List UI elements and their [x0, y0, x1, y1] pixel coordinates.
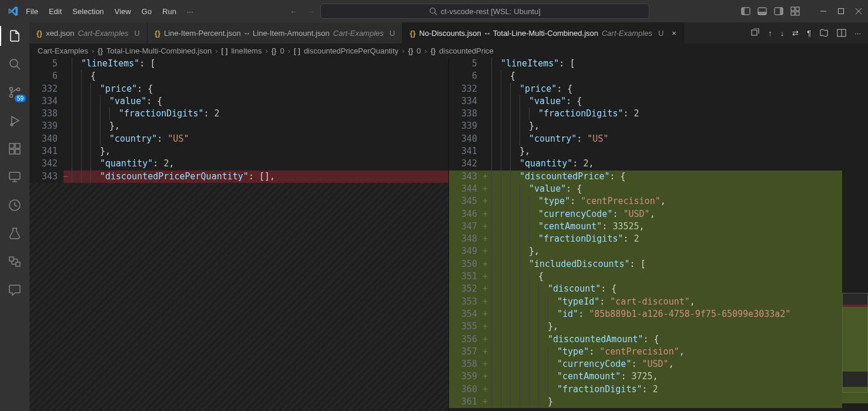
diff-map-icon[interactable] — [819, 28, 829, 38]
breadcrumb-item[interactable]: discountedPricePerQuantity — [304, 46, 398, 55]
code-line[interactable]: "fractionDigits": 2 — [483, 383, 868, 396]
breadcrumb-item[interactable]: Total-Line-Multi-Combined.json — [106, 46, 212, 55]
diff-pane-modified[interactable]: 56332334338339340341342343+344+345+346+3… — [448, 58, 868, 411]
code-line[interactable]: }, — [483, 320, 868, 333]
activity-comments-icon[interactable] — [7, 282, 22, 298]
code-line[interactable]: { — [483, 70, 868, 82]
editor-actions: ↑ ↓ ⇄ ¶ ··· — [743, 22, 868, 44]
line-number: 357+ — [449, 346, 483, 358]
breadcrumb-item[interactable]: 0 — [417, 46, 421, 55]
activity-source-control-icon[interactable]: 59 — [7, 85, 22, 100]
toggle-panel-icon[interactable] — [758, 6, 767, 16]
code-line[interactable]: "currencyCode": "USD", — [483, 358, 868, 370]
code-line[interactable]: "price": { — [483, 83, 868, 95]
open-file-icon[interactable] — [750, 28, 760, 38]
code-line[interactable]: "quantity": 2, — [63, 158, 448, 170]
code-line[interactable]: "id": "85b889b1-a126-4758-9f75-65099e303… — [483, 308, 868, 320]
command-center[interactable]: ct-vscode-rest [WSL: Ubuntu] — [320, 4, 649, 19]
nav-forward-icon[interactable]: → — [307, 7, 314, 16]
code-line[interactable]: "country": "US" — [483, 133, 868, 145]
activity-search-icon[interactable] — [7, 56, 22, 72]
next-diff-icon[interactable]: ↓ — [780, 29, 785, 38]
code-line[interactable]: }, — [483, 120, 868, 132]
diff-pane-original[interactable]: 56332334338339340341342343− "lineItems":… — [29, 58, 448, 411]
svg-rect-25 — [15, 143, 20, 148]
swap-icon[interactable]: ⇄ — [792, 29, 799, 38]
code-line[interactable]: "value": { — [483, 95, 868, 108]
code-line[interactable]: "lineItems": [ — [483, 58, 868, 70]
customize-layout-icon[interactable] — [790, 6, 800, 16]
line-number: 355+ — [449, 320, 483, 333]
code-line[interactable]: "fractionDigits": 2 — [63, 108, 448, 120]
nav-back-icon[interactable]: ← — [290, 7, 297, 16]
code-line[interactable]: }, — [483, 245, 868, 258]
activity-explorer-icon[interactable] — [7, 28, 22, 44]
breadcrumb-item[interactable]: discountedPrice — [439, 46, 494, 55]
prev-diff-icon[interactable]: ↑ — [768, 29, 772, 38]
tab-xed-json[interactable]: {} xed.json Cart-Examples U — [29, 22, 148, 44]
tab-compare-no-discounts[interactable]: {} No-Discounts.json ↔ Total-Line-Multi-… — [403, 22, 684, 44]
toggle-primary-sidebar-icon[interactable] — [741, 6, 750, 16]
line-number: 339 — [449, 120, 483, 132]
menu-file[interactable]: File — [21, 5, 43, 18]
code-line[interactable]: }, — [483, 145, 868, 158]
window-minimize-icon[interactable] — [819, 6, 828, 16]
tab-compare-line-item[interactable]: {} Line-Item-Percent.json ↔ Line-Item-Am… — [148, 22, 403, 44]
menu-edit[interactable]: Edit — [44, 5, 66, 18]
code-line[interactable]: "lineItems": [ — [63, 58, 448, 70]
code-line[interactable]: "fractionDigits": 2 — [483, 108, 868, 120]
activity-run-debug-icon[interactable] — [7, 113, 22, 128]
window-maximize-icon[interactable] — [836, 6, 846, 16]
code-line[interactable]: "discountedAmount": { — [483, 333, 868, 346]
code-line[interactable]: "fractionDigits": 2 — [483, 233, 868, 245]
code-line[interactable]: "type": "centPrecision", — [483, 195, 868, 208]
code-line[interactable]: "currencyCode": "USD", — [483, 208, 868, 220]
activity-testing-icon[interactable] — [7, 226, 22, 241]
menu-overflow[interactable]: ··· — [182, 5, 198, 18]
breadcrumb[interactable]: Cart-Examples›{}Total-Line-Multi-Combine… — [29, 44, 868, 58]
code-line[interactable]: "discount": { — [483, 283, 868, 295]
code-line[interactable]: "quantity": 2, — [483, 158, 868, 170]
code-line[interactable]: "typeId": "cart-discount", — [483, 296, 868, 308]
code-line[interactable]: }, — [63, 145, 448, 158]
code-line[interactable]: } — [483, 396, 868, 408]
code-line[interactable]: { — [483, 270, 868, 283]
breadcrumb-item[interactable]: Cart-Examples — [38, 46, 88, 55]
code-line[interactable]: "discountedPricePerQuantity": [], — [63, 171, 448, 183]
menu-go[interactable]: Go — [137, 5, 156, 18]
toggle-secondary-sidebar-icon[interactable] — [774, 6, 783, 16]
code-line[interactable]: "country": "US" — [63, 133, 448, 145]
code-line[interactable]: "type": "centPrecision", — [483, 346, 868, 358]
activity-timeline-icon[interactable] — [7, 198, 22, 213]
chevron-right-icon: › — [288, 46, 290, 55]
more-actions-icon[interactable]: ··· — [854, 29, 861, 38]
code-line[interactable]: "price": { — [63, 83, 448, 95]
code-line[interactable]: "centAmount": 33525, — [483, 220, 868, 233]
window-close-icon[interactable] — [854, 6, 863, 16]
menu-run[interactable]: Run — [157, 5, 181, 18]
chevron-right-icon: › — [92, 46, 94, 55]
breadcrumb-item[interactable]: 0 — [280, 46, 284, 55]
line-number: 341 — [449, 145, 483, 158]
menu-view[interactable]: View — [110, 5, 136, 18]
code-line[interactable]: "includedDiscounts": [ — [483, 258, 868, 270]
whitespace-icon[interactable]: ¶ — [807, 29, 811, 38]
line-number: 360+ — [449, 383, 483, 396]
activity-ports-icon[interactable] — [7, 254, 22, 269]
minimap[interactable] — [842, 58, 868, 411]
code-line[interactable]: "discountedPrice": { — [483, 171, 868, 183]
breadcrumb-type-icon: [ ] — [222, 46, 228, 55]
code-line[interactable]: "centAmount": 3725, — [483, 370, 868, 383]
activity-remote-explorer-icon[interactable] — [7, 169, 22, 185]
tab-label: xed.json — [46, 29, 74, 38]
code-line[interactable]: }, — [63, 120, 448, 132]
code-line[interactable]: "value": { — [483, 183, 868, 195]
close-icon[interactable]: × — [672, 29, 676, 38]
code-line[interactable]: "value": { — [63, 95, 448, 108]
breadcrumb-item[interactable]: lineItems — [231, 46, 262, 55]
activity-extensions-icon[interactable] — [7, 141, 22, 156]
split-editor-icon[interactable] — [837, 28, 846, 38]
code-line[interactable]: { — [63, 70, 448, 82]
svg-rect-26 — [9, 172, 20, 179]
menu-selection[interactable]: Selection — [68, 5, 108, 18]
